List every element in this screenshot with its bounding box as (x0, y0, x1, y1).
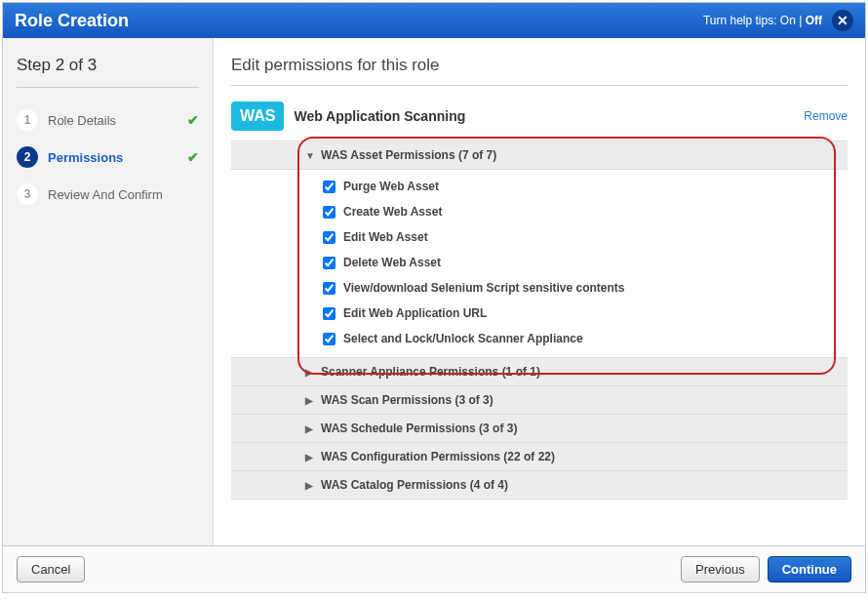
step-permissions[interactable]: 2 Permissions ✔ (17, 139, 199, 176)
section-title: Web Application Scanning (294, 108, 794, 124)
perm-label: View/download Selenium Script sensitive … (343, 281, 625, 295)
check-icon: ✔ (187, 112, 199, 128)
chevron-right-icon: ▶ (305, 423, 315, 434)
perm-item: Purge Web Asset (323, 174, 848, 199)
close-icon[interactable]: ✕ (832, 10, 853, 31)
perm-label: Delete Web Asset (343, 256, 441, 269)
group-title: WAS Catalog Permissions (4 of 4) (321, 478, 508, 492)
perm-item: Edit Web Application URL (323, 301, 848, 326)
perm-item: Edit Web Asset (323, 224, 848, 250)
perm-label: Create Web Asset (343, 205, 442, 219)
perm-checkbox[interactable] (323, 206, 335, 219)
perm-label: Select and Lock/Unlock Scanner Appliance (343, 332, 583, 345)
step-label: Permissions (48, 150, 178, 165)
perm-checkbox[interactable] (323, 282, 335, 295)
perm-group-schedule[interactable]: ▶ WAS Schedule Permissions (3 of 3) (231, 415, 848, 443)
group-title: WAS Scan Permissions (3 of 3) (321, 393, 493, 407)
perm-group-scan[interactable]: ▶ WAS Scan Permissions (3 of 3) (231, 386, 848, 415)
perm-checkbox[interactable] (323, 231, 335, 244)
perm-group-asset[interactable]: ▼ WAS Asset Permissions (7 of 7) (231, 141, 848, 170)
chevron-right-icon: ▶ (305, 367, 315, 378)
group-title: WAS Configuration Permissions (22 of 22) (321, 450, 555, 463)
help-tips-toggle[interactable]: Turn help tips: On | Off (703, 14, 822, 27)
perm-group-asset-items: Purge Web Asset Create Web Asset Edit We… (231, 170, 848, 357)
titlebar: Role Creation Turn help tips: On | Off ✕ (3, 3, 865, 38)
group-title: Scanner Appliance Permissions (1 of 1) (321, 365, 540, 379)
main-panel: Edit permissions for this role WAS Web A… (214, 38, 865, 545)
perm-checkbox[interactable] (323, 181, 335, 193)
perm-label: Purge Web Asset (343, 180, 439, 193)
perm-checkbox[interactable] (323, 307, 335, 320)
permission-section-was: WAS Web Application Scanning Remove ▼ WA… (231, 98, 848, 500)
perm-label: Edit Web Asset (343, 230, 428, 244)
group-title: WAS Schedule Permissions (3 of 3) (321, 422, 517, 435)
was-badge-icon: WAS (231, 101, 284, 131)
perm-group-scanner[interactable]: ▶ Scanner Appliance Permissions (1 of 1) (231, 358, 848, 386)
chevron-right-icon: ▶ (305, 452, 315, 462)
perm-item: View/download Selenium Script sensitive … (323, 275, 848, 301)
dialog-footer: Cancel Previous Continue (3, 545, 865, 592)
step-number: 1 (17, 109, 38, 131)
step-label: Role Details (48, 113, 178, 128)
chevron-right-icon: ▶ (305, 395, 315, 406)
perm-item: Create Web Asset (323, 199, 848, 224)
role-creation-dialog: Role Creation Turn help tips: On | Off ✕… (2, 2, 866, 593)
wizard-sidebar: Step 2 of 3 1 Role Details ✔ 2 Permissio… (3, 38, 214, 545)
perm-group-catalog[interactable]: ▶ WAS Catalog Permissions (4 of 4) (231, 471, 848, 500)
previous-button[interactable]: Previous (681, 556, 760, 583)
check-icon: ✔ (187, 149, 199, 165)
perm-checkbox[interactable] (323, 333, 335, 345)
step-number: 3 (17, 183, 38, 205)
perm-label: Edit Web Application URL (343, 306, 487, 320)
chevron-right-icon: ▶ (305, 480, 315, 491)
step-indicator: Step 2 of 3 (17, 56, 199, 75)
perm-item: Delete Web Asset (323, 250, 848, 275)
perm-item: Select and Lock/Unlock Scanner Appliance (323, 326, 848, 351)
remove-section-link[interactable]: Remove (804, 109, 848, 123)
chevron-down-icon: ▼ (305, 150, 315, 161)
group-title: WAS Asset Permissions (7 of 7) (321, 148, 496, 162)
step-review-confirm[interactable]: 3 Review And Confirm (17, 176, 199, 213)
perm-group-config[interactable]: ▶ WAS Configuration Permissions (22 of 2… (231, 443, 848, 471)
cancel-button[interactable]: Cancel (17, 556, 85, 583)
step-label: Review And Confirm (48, 187, 199, 202)
step-number: 2 (17, 146, 38, 168)
step-role-details[interactable]: 1 Role Details ✔ (17, 101, 199, 139)
continue-button[interactable]: Continue (768, 556, 851, 583)
dialog-title: Role Creation (15, 11, 129, 31)
perm-checkbox[interactable] (323, 257, 335, 269)
page-title: Edit permissions for this role (231, 56, 848, 75)
